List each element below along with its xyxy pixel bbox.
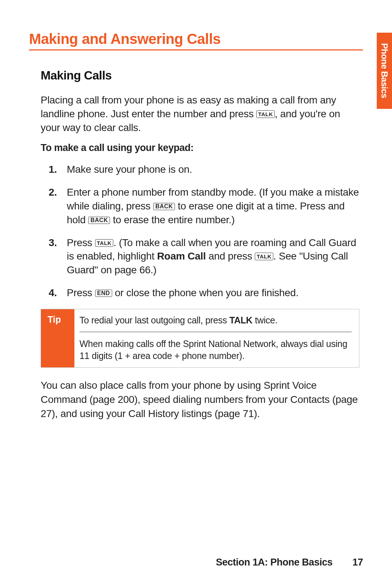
tip-line-1: To redial your last outgoing call, press… — [79, 314, 352, 326]
section-tab: Phone Basics — [377, 33, 392, 109]
step-1: Make sure your phone is on. — [41, 163, 359, 176]
tip-box: Tip To redial your last outgoing call, p… — [41, 309, 359, 368]
section-heading: Making Calls — [41, 69, 359, 82]
text: To redial your last outgoing call, press — [79, 315, 229, 325]
step-4: Press END or close the phone when you ar… — [41, 286, 359, 300]
tip-body: To redial your last outgoing call, press… — [74, 309, 359, 368]
intro-paragraph: Placing a call from your phone is as eas… — [41, 93, 359, 134]
procedure-heading: To make a call using your keypad: — [41, 142, 359, 154]
page-number: 17 — [352, 557, 363, 568]
text: and press — [206, 250, 255, 262]
back-key-icon: BACK — [153, 203, 175, 210]
page-title: Making and Answering Calls — [29, 31, 363, 50]
steps-list: Make sure your phone is on. Enter a phon… — [41, 163, 359, 299]
text: twice. — [253, 315, 278, 325]
step-3: Press TALK. (To make a call when you are… — [41, 236, 359, 277]
divider — [79, 332, 352, 332]
text: or close the phone when you are finished… — [112, 287, 299, 298]
section-tab-label: Phone Basics — [379, 43, 389, 98]
talk-key-icon: TALK — [95, 239, 114, 247]
text: Press — [67, 287, 95, 298]
footer-section: Section 1A: Phone Basics — [216, 557, 332, 568]
talk-key-icon: TALK — [256, 110, 275, 118]
bold-text: Roam Call — [157, 250, 206, 262]
page-footer: Section 1A: Phone Basics 17 — [216, 557, 363, 568]
end-key-icon: END — [95, 290, 112, 297]
text: Make sure your phone is on. — [67, 164, 192, 175]
closing-paragraph: You can also place calls from your phone… — [41, 379, 359, 421]
text: to erase the entire number.) — [110, 214, 234, 225]
step-2: Enter a phone number from standby mode. … — [41, 185, 359, 226]
back-key-icon: BACK — [88, 217, 110, 224]
page-body: Making and Answering Calls Making Calls … — [0, 0, 392, 421]
content: Making Calls Placing a call from your ph… — [29, 69, 363, 421]
bold-text: TALK — [229, 315, 253, 325]
tip-label: Tip — [41, 309, 74, 368]
talk-key-icon: TALK — [255, 253, 273, 260]
tip-line-2: When making calls off the Sprint Nationa… — [79, 338, 352, 362]
text: Press — [67, 237, 95, 248]
